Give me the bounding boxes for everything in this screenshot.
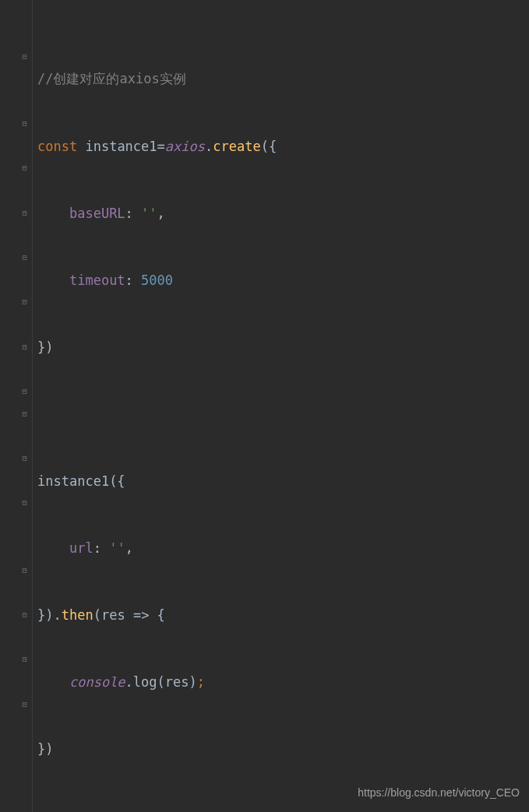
- code-line: //创建对应的axios实例: [37, 68, 529, 90]
- fold-minus-icon[interactable]: ⊟: [20, 298, 29, 307]
- fold-minus-icon[interactable]: ⊟: [20, 343, 29, 351]
- code-line: }): [37, 738, 529, 761]
- code-line: [37, 403, 529, 426]
- fold-gutter: ⊟ ⊟ ⊟ ⊟ ⊟ ⊟ ⊟ ⊟ ⊟ ⊟ ⊟ ⊟ ⊟ ⊟ ⊟: [0, 0, 33, 812]
- fold-minus-icon[interactable]: ⊟: [20, 499, 29, 508]
- code-line: const instance1=axios.create({: [37, 135, 529, 158]
- code-line: timeout: 5000: [37, 269, 529, 292]
- fold-end-icon[interactable]: ⊟: [20, 209, 29, 217]
- code-line: console.log(res);: [37, 671, 529, 694]
- code-line: [37, 805, 529, 812]
- fold-end-icon[interactable]: ⊟: [20, 455, 29, 463]
- fold-minus-icon[interactable]: ⊟: [20, 53, 29, 62]
- fold-end-icon[interactable]: ⊟: [20, 656, 29, 664]
- code-line: }).then(res => {: [37, 604, 529, 627]
- fold-minus-icon[interactable]: ⊟: [20, 611, 29, 620]
- code-line: instance1({: [37, 470, 529, 493]
- code-line: baseURL: '',: [37, 202, 529, 225]
- fold-end-icon[interactable]: ⊟: [20, 254, 29, 262]
- code-line: }): [37, 336, 529, 359]
- fold-minus-icon[interactable]: ⊟: [20, 164, 29, 173]
- fold-end-icon[interactable]: ⊟: [20, 700, 29, 708]
- code-area[interactable]: //创建对应的axios实例 const instance1=axios.cre…: [33, 0, 529, 812]
- watermark: https://blog.csdn.net/victory_CEO: [358, 782, 520, 804]
- fold-end-icon[interactable]: ⊟: [20, 388, 29, 396]
- code-editor: ⊟ ⊟ ⊟ ⊟ ⊟ ⊟ ⊟ ⊟ ⊟ ⊟ ⊟ ⊟ ⊟ ⊟ ⊟ //创建对应的axi…: [0, 0, 529, 812]
- fold-end-icon[interactable]: ⊟: [20, 566, 29, 575]
- comment: //创建对应的axios实例: [37, 68, 186, 90]
- code-line: url: '',: [37, 537, 529, 560]
- fold-end-icon[interactable]: ⊟: [20, 410, 29, 419]
- fold-end-icon[interactable]: ⊟: [20, 120, 29, 128]
